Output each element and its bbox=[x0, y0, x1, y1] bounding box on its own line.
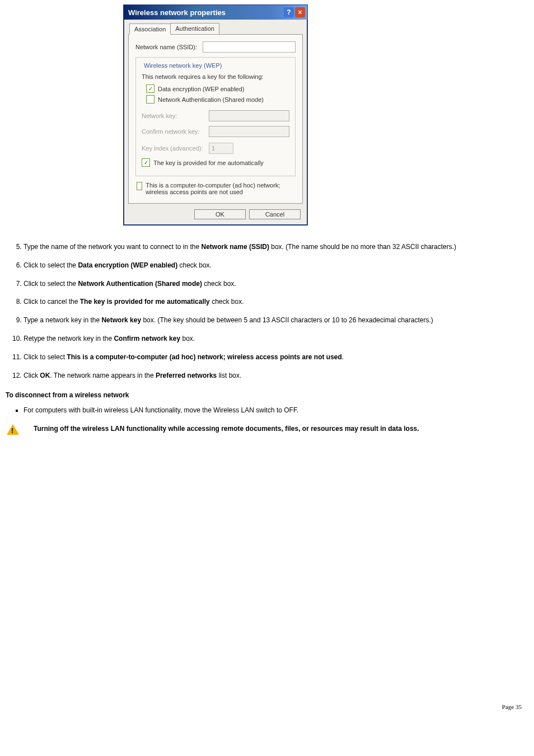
checkbox-adhoc-label: This is a computer-to-computer (ad hoc) … bbox=[146, 182, 296, 195]
ssid-label: Network name (SSID): bbox=[135, 44, 203, 50]
page-number: Page 35 bbox=[6, 703, 528, 710]
disconnect-heading: To disconnect from a wireless network bbox=[6, 391, 528, 399]
step-7: Click to select the Network Authenticati… bbox=[24, 279, 528, 289]
checkbox-auto-key[interactable]: ✓ bbox=[142, 158, 150, 167]
warning-block: Turning off the wireless LAN functionali… bbox=[6, 424, 528, 435]
tab-authentication[interactable]: Authentication bbox=[170, 23, 219, 34]
key-index-spinner[interactable]: 1 bbox=[209, 143, 233, 154]
close-button[interactable]: × bbox=[295, 7, 305, 17]
cancel-button[interactable]: Cancel bbox=[249, 209, 301, 219]
step-9: Type a network key in the Network key bo… bbox=[24, 316, 528, 325]
tab-association[interactable]: Association bbox=[129, 24, 171, 35]
checkbox-adhoc[interactable] bbox=[137, 182, 142, 190]
step-8: Click to cancel the The key is provided … bbox=[24, 297, 528, 307]
warning-text: Turning off the wireless LAN functionali… bbox=[34, 424, 528, 434]
window-title: Wireless network properties bbox=[128, 8, 226, 17]
confirm-key-label: Confirm network key: bbox=[142, 128, 209, 135]
checkbox-wep-enabled[interactable]: ✓ bbox=[146, 84, 154, 93]
disconnect-bullet: For computers with built-in wireless LAN… bbox=[24, 406, 528, 415]
wep-fieldset: Wireless network key (WEP) This network … bbox=[135, 57, 296, 176]
network-key-label: Network key: bbox=[142, 112, 209, 119]
wireless-properties-dialog: Wireless network properties ? × Associat… bbox=[123, 4, 308, 226]
network-key-input[interactable] bbox=[209, 110, 289, 121]
confirm-key-input[interactable] bbox=[209, 126, 289, 137]
step-12: Click OK. The network name appears in th… bbox=[24, 371, 528, 381]
step-11: Click to select This is a computer-to-co… bbox=[24, 353, 528, 362]
requires-key-text: This network requires a key for the foll… bbox=[142, 73, 289, 80]
warning-icon bbox=[7, 424, 19, 435]
wep-legend: Wireless network key (WEP) bbox=[142, 62, 224, 69]
tab-strip: Association Authentication bbox=[129, 23, 303, 34]
disconnect-list: For computers with built-in wireless LAN… bbox=[12, 406, 528, 415]
dialog-screenshot: Wireless network properties ? × Associat… bbox=[123, 4, 528, 226]
checkbox-wep-label: Data encryption (WEP enabled) bbox=[158, 86, 245, 92]
checkbox-auto-key-label: The key is provided for me automatically bbox=[153, 159, 264, 166]
step-6: Click to select the Data encryption (WEP… bbox=[24, 261, 528, 270]
step-10: Retype the network key in the Confirm ne… bbox=[24, 334, 528, 344]
step-5: Type the name of the network you want to… bbox=[24, 242, 528, 252]
steps-list: Type the name of the network you want to… bbox=[12, 242, 528, 380]
checkbox-network-auth-label: Network Authentication (Shared mode) bbox=[158, 96, 264, 103]
ssid-input[interactable] bbox=[203, 41, 296, 53]
checkbox-network-auth[interactable] bbox=[146, 95, 154, 104]
titlebar: Wireless network properties ? × bbox=[124, 5, 307, 20]
tab-panel-association: Network name (SSID): Wireless network ke… bbox=[128, 34, 303, 204]
key-index-label: Key index (advanced): bbox=[142, 145, 209, 152]
ok-button[interactable]: OK bbox=[194, 209, 246, 219]
help-button[interactable]: ? bbox=[284, 7, 294, 17]
